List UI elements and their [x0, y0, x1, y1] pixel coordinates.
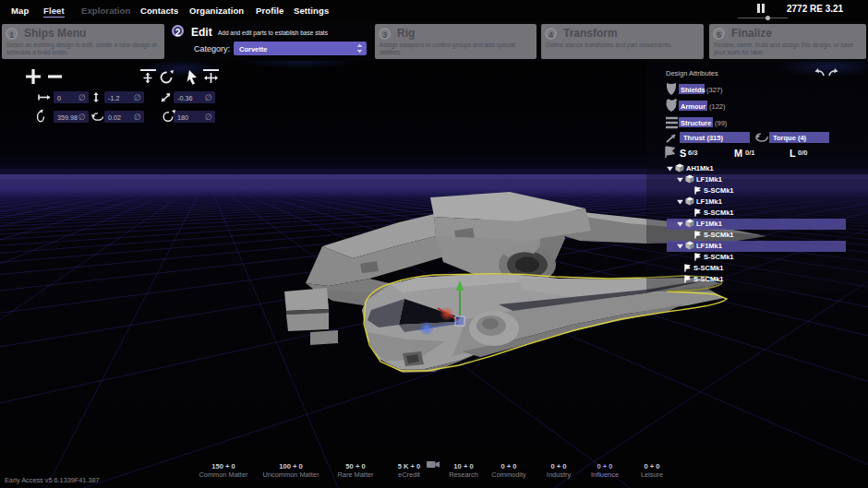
svg-text:∅: ∅ [134, 93, 141, 102]
svg-text:-1.2: -1.2 [108, 94, 119, 102]
svg-text:(122): (122) [709, 102, 726, 111]
svg-text:0: 0 [57, 94, 61, 102]
svg-text:0/0: 0/0 [798, 149, 807, 157]
svg-text:Shields: Shields [681, 86, 705, 94]
svg-text:∅: ∅ [78, 93, 86, 102]
svg-text:Structure: Structure [681, 119, 711, 127]
svg-text:180: 180 [177, 113, 188, 122]
svg-text:0.02: 0.02 [108, 113, 121, 122]
svg-text:0/1: 0/1 [745, 149, 754, 157]
svg-text:359.98: 359.98 [57, 113, 78, 122]
svg-text:∅: ∅ [205, 113, 212, 122]
svg-text:(327): (327) [706, 86, 723, 94]
svg-text:S: S [680, 148, 686, 159]
svg-text:(99): (99) [715, 119, 728, 127]
svg-text:Design Attributes: Design Attributes [666, 69, 718, 77]
svg-text:Thrust (315): Thrust (315) [683, 134, 723, 142]
svg-text:Torque (4): Torque (4) [773, 134, 807, 142]
svg-text:M: M [734, 148, 742, 159]
svg-text:∅: ∅ [205, 93, 212, 102]
svg-text:Armour: Armour [681, 102, 705, 111]
svg-text:6/3: 6/3 [688, 149, 697, 157]
svg-text:L: L [790, 148, 796, 159]
svg-text:∅: ∅ [134, 113, 141, 122]
svg-text:-0.36: -0.36 [177, 94, 192, 102]
svg-text:∅: ∅ [78, 113, 86, 122]
